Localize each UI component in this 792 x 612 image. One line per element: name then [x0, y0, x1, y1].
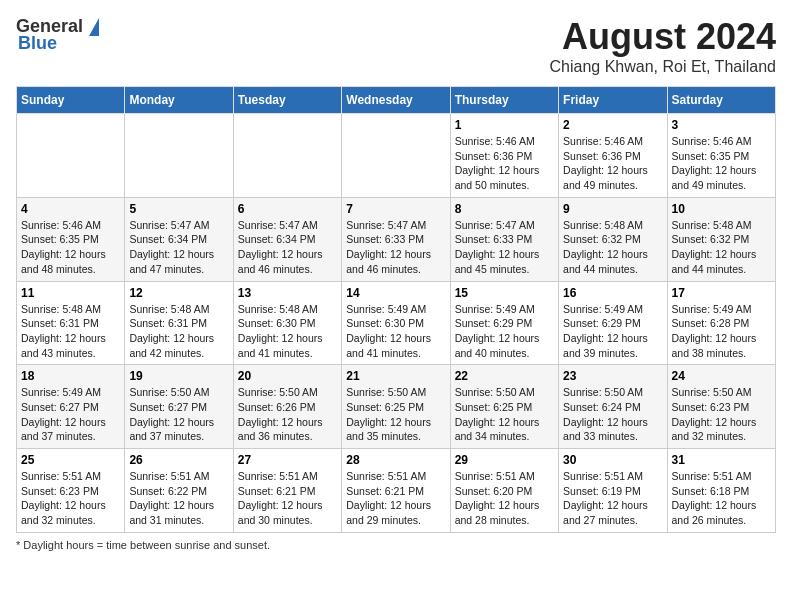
- day-info: Sunrise: 5:49 AM Sunset: 6:27 PM Dayligh…: [21, 385, 120, 444]
- day-info: Sunrise: 5:51 AM Sunset: 6:20 PM Dayligh…: [455, 469, 554, 528]
- day-info: Sunrise: 5:46 AM Sunset: 6:36 PM Dayligh…: [563, 134, 662, 193]
- day-number: 2: [563, 118, 662, 132]
- logo-triangle-icon: [89, 18, 99, 36]
- day-info: Sunrise: 5:47 AM Sunset: 6:33 PM Dayligh…: [455, 218, 554, 277]
- day-number: 24: [672, 369, 771, 383]
- calendar-cell: 14Sunrise: 5:49 AM Sunset: 6:30 PM Dayli…: [342, 281, 450, 365]
- calendar-cell: 25Sunrise: 5:51 AM Sunset: 6:23 PM Dayli…: [17, 449, 125, 533]
- footer-note-text: Daylight hours: [23, 539, 93, 551]
- calendar-cell: 27Sunrise: 5:51 AM Sunset: 6:21 PM Dayli…: [233, 449, 341, 533]
- day-number: 16: [563, 286, 662, 300]
- day-number: 10: [672, 202, 771, 216]
- day-info: Sunrise: 5:47 AM Sunset: 6:33 PM Dayligh…: [346, 218, 445, 277]
- calendar-cell: 29Sunrise: 5:51 AM Sunset: 6:20 PM Dayli…: [450, 449, 558, 533]
- day-number: 9: [563, 202, 662, 216]
- day-info: Sunrise: 5:50 AM Sunset: 6:23 PM Dayligh…: [672, 385, 771, 444]
- calendar-cell: 24Sunrise: 5:50 AM Sunset: 6:23 PM Dayli…: [667, 365, 775, 449]
- day-info: Sunrise: 5:48 AM Sunset: 6:32 PM Dayligh…: [672, 218, 771, 277]
- day-info: Sunrise: 5:49 AM Sunset: 6:28 PM Dayligh…: [672, 302, 771, 361]
- title-area: August 2024 Chiang Khwan, Roi Et, Thaila…: [549, 16, 776, 76]
- calendar-cell: 23Sunrise: 5:50 AM Sunset: 6:24 PM Dayli…: [559, 365, 667, 449]
- day-info: Sunrise: 5:50 AM Sunset: 6:26 PM Dayligh…: [238, 385, 337, 444]
- day-info: Sunrise: 5:47 AM Sunset: 6:34 PM Dayligh…: [238, 218, 337, 277]
- calendar-cell: 2Sunrise: 5:46 AM Sunset: 6:36 PM Daylig…: [559, 114, 667, 198]
- day-info: Sunrise: 5:51 AM Sunset: 6:23 PM Dayligh…: [21, 469, 120, 528]
- calendar-cell: 10Sunrise: 5:48 AM Sunset: 6:32 PM Dayli…: [667, 197, 775, 281]
- calendar-cell: 13Sunrise: 5:48 AM Sunset: 6:30 PM Dayli…: [233, 281, 341, 365]
- day-number: 12: [129, 286, 228, 300]
- day-number: 22: [455, 369, 554, 383]
- logo-blue-text: Blue: [18, 33, 57, 54]
- day-info: Sunrise: 5:48 AM Sunset: 6:31 PM Dayligh…: [21, 302, 120, 361]
- day-number: 31: [672, 453, 771, 467]
- day-number: 18: [21, 369, 120, 383]
- day-number: 17: [672, 286, 771, 300]
- calendar-cell: 7Sunrise: 5:47 AM Sunset: 6:33 PM Daylig…: [342, 197, 450, 281]
- day-number: 11: [21, 286, 120, 300]
- day-number: 15: [455, 286, 554, 300]
- day-info: Sunrise: 5:50 AM Sunset: 6:24 PM Dayligh…: [563, 385, 662, 444]
- calendar-cell: 9Sunrise: 5:48 AM Sunset: 6:32 PM Daylig…: [559, 197, 667, 281]
- calendar-cell: 31Sunrise: 5:51 AM Sunset: 6:18 PM Dayli…: [667, 449, 775, 533]
- calendar-cell: 28Sunrise: 5:51 AM Sunset: 6:21 PM Dayli…: [342, 449, 450, 533]
- day-number: 26: [129, 453, 228, 467]
- day-number: 30: [563, 453, 662, 467]
- calendar-cell: 30Sunrise: 5:51 AM Sunset: 6:19 PM Dayli…: [559, 449, 667, 533]
- day-number: 27: [238, 453, 337, 467]
- day-info: Sunrise: 5:49 AM Sunset: 6:29 PM Dayligh…: [455, 302, 554, 361]
- day-number: 14: [346, 286, 445, 300]
- day-info: Sunrise: 5:46 AM Sunset: 6:35 PM Dayligh…: [21, 218, 120, 277]
- column-header-thursday: Thursday: [450, 87, 558, 114]
- day-number: 20: [238, 369, 337, 383]
- calendar-cell: 12Sunrise: 5:48 AM Sunset: 6:31 PM Dayli…: [125, 281, 233, 365]
- calendar-cell: 17Sunrise: 5:49 AM Sunset: 6:28 PM Dayli…: [667, 281, 775, 365]
- calendar-cell: [342, 114, 450, 198]
- day-info: Sunrise: 5:51 AM Sunset: 6:18 PM Dayligh…: [672, 469, 771, 528]
- calendar-cell: 1Sunrise: 5:46 AM Sunset: 6:36 PM Daylig…: [450, 114, 558, 198]
- day-info: Sunrise: 5:49 AM Sunset: 6:30 PM Dayligh…: [346, 302, 445, 361]
- header: General Blue August 2024 Chiang Khwan, R…: [16, 16, 776, 76]
- day-number: 28: [346, 453, 445, 467]
- calendar-cell: 19Sunrise: 5:50 AM Sunset: 6:27 PM Dayli…: [125, 365, 233, 449]
- day-number: 1: [455, 118, 554, 132]
- day-number: 8: [455, 202, 554, 216]
- day-number: 25: [21, 453, 120, 467]
- column-header-monday: Monday: [125, 87, 233, 114]
- calendar-cell: 4Sunrise: 5:46 AM Sunset: 6:35 PM Daylig…: [17, 197, 125, 281]
- day-info: Sunrise: 5:51 AM Sunset: 6:21 PM Dayligh…: [346, 469, 445, 528]
- column-header-tuesday: Tuesday: [233, 87, 341, 114]
- day-info: Sunrise: 5:51 AM Sunset: 6:19 PM Dayligh…: [563, 469, 662, 528]
- calendar-cell: 3Sunrise: 5:46 AM Sunset: 6:35 PM Daylig…: [667, 114, 775, 198]
- day-info: Sunrise: 5:46 AM Sunset: 6:36 PM Dayligh…: [455, 134, 554, 193]
- subtitle: Chiang Khwan, Roi Et, Thailand: [549, 58, 776, 76]
- calendar-cell: 26Sunrise: 5:51 AM Sunset: 6:22 PM Dayli…: [125, 449, 233, 533]
- main-title: August 2024: [549, 16, 776, 58]
- day-info: Sunrise: 5:50 AM Sunset: 6:27 PM Dayligh…: [129, 385, 228, 444]
- column-header-wednesday: Wednesday: [342, 87, 450, 114]
- column-header-sunday: Sunday: [17, 87, 125, 114]
- calendar-cell: 6Sunrise: 5:47 AM Sunset: 6:34 PM Daylig…: [233, 197, 341, 281]
- day-number: 7: [346, 202, 445, 216]
- calendar-cell: 20Sunrise: 5:50 AM Sunset: 6:26 PM Dayli…: [233, 365, 341, 449]
- day-info: Sunrise: 5:48 AM Sunset: 6:30 PM Dayligh…: [238, 302, 337, 361]
- calendar-cell: 18Sunrise: 5:49 AM Sunset: 6:27 PM Dayli…: [17, 365, 125, 449]
- calendar-cell: [17, 114, 125, 198]
- calendar-cell: [125, 114, 233, 198]
- calendar-cell: 22Sunrise: 5:50 AM Sunset: 6:25 PM Dayli…: [450, 365, 558, 449]
- day-info: Sunrise: 5:50 AM Sunset: 6:25 PM Dayligh…: [455, 385, 554, 444]
- calendar-cell: 15Sunrise: 5:49 AM Sunset: 6:29 PM Dayli…: [450, 281, 558, 365]
- day-number: 6: [238, 202, 337, 216]
- day-info: Sunrise: 5:46 AM Sunset: 6:35 PM Dayligh…: [672, 134, 771, 193]
- day-info: Sunrise: 5:49 AM Sunset: 6:29 PM Dayligh…: [563, 302, 662, 361]
- column-header-saturday: Saturday: [667, 87, 775, 114]
- calendar-cell: 8Sunrise: 5:47 AM Sunset: 6:33 PM Daylig…: [450, 197, 558, 281]
- day-info: Sunrise: 5:48 AM Sunset: 6:32 PM Dayligh…: [563, 218, 662, 277]
- day-number: 21: [346, 369, 445, 383]
- column-header-friday: Friday: [559, 87, 667, 114]
- calendar-cell: 21Sunrise: 5:50 AM Sunset: 6:25 PM Dayli…: [342, 365, 450, 449]
- day-info: Sunrise: 5:51 AM Sunset: 6:22 PM Dayligh…: [129, 469, 228, 528]
- day-info: Sunrise: 5:50 AM Sunset: 6:25 PM Dayligh…: [346, 385, 445, 444]
- day-number: 23: [563, 369, 662, 383]
- calendar-cell: [233, 114, 341, 198]
- day-info: Sunrise: 5:47 AM Sunset: 6:34 PM Dayligh…: [129, 218, 228, 277]
